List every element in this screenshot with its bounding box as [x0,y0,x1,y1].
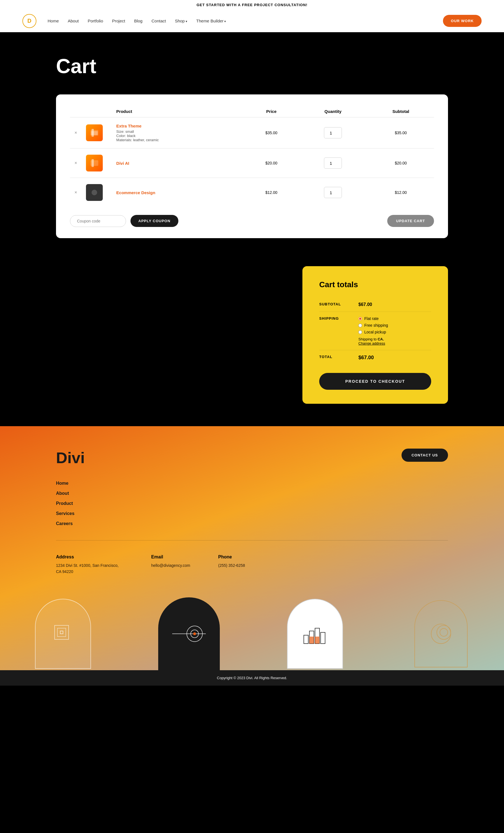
subtotal-label: SUBTOTAL [319,302,358,306]
illustration-2 [126,597,252,670]
cart-actions: APPLY COUPON UPDATE CART [70,215,434,227]
footer-phone: Phone (255) 352-6258 [218,554,245,575]
footer-contact: Address 1234 Divi St. #1000, San Francis… [56,554,448,575]
footer-nav-product[interactable]: Product [56,501,448,506]
footer-nav-home[interactable]: Home [56,481,448,486]
product-cell-1: Extra Theme Size: smallColor: blackMater… [116,123,240,142]
qty-input-1[interactable] [324,127,342,138]
cart-table: Product Price Quantity Subtotal × [70,105,434,207]
svg-rect-16 [321,633,325,644]
col-price-header: Price [245,105,299,117]
nav-about[interactable]: About [68,19,79,23]
cart-totals: Cart totals SUBTOTAL $67.00 SHIPPING Fla… [302,266,448,404]
cart-totals-title: Cart totals [319,280,431,289]
footer-illustrations [0,592,504,670]
coupon-input[interactable] [70,215,126,227]
illustration-3 [252,597,378,670]
page-title: Cart [56,55,448,78]
apply-coupon-button[interactable]: APPLY COUPON [130,215,178,227]
our-work-button[interactable]: OUR WORK [443,15,482,27]
update-cart-button[interactable]: UPDATE CART [387,215,434,227]
product-name-1: Extra Theme [116,123,159,128]
contact-us-button[interactable]: CONTACT US [402,449,448,462]
arch-light [35,599,91,669]
product-qty-3[interactable] [299,178,368,207]
remove-item-2-button[interactable]: × [74,161,77,166]
qty-input-3[interactable] [324,187,342,198]
svg-point-20 [437,625,451,639]
product-qty-1[interactable] [299,117,368,148]
footer-divider [56,540,448,541]
checkout-button[interactable]: PROCEED TO CHECKOUT [319,373,431,390]
footer-nav-services[interactable]: Services [56,511,448,516]
footer-email: Email hello@diviagency.com [151,554,190,575]
col-remove [70,105,81,117]
table-row: × Ecommerce Design [70,178,434,207]
shipping-free-radio[interactable] [358,324,362,327]
svg-rect-18 [315,637,320,644]
product-cell-2: Divi AI [116,161,240,166]
col-qty-header: Quantity [299,105,368,117]
footer-copyright: Copyright © 2023 Divi. All Rights Reserv… [0,670,504,686]
nav-shop[interactable]: Shop [175,19,187,23]
product-price-2: $20.00 [245,148,299,178]
footer-nav-about[interactable]: About [56,491,448,496]
nav-blog[interactable]: Blog [134,19,143,23]
product-name-2: Divi AI [116,161,129,166]
remove-item-1-button[interactable]: × [74,130,77,135]
nav-contact[interactable]: Contact [151,19,166,23]
footer-nav-careers[interactable]: Careers [56,521,448,526]
footer: Divi CONTACT US Home About Product Servi… [0,426,504,670]
col-sub-header: Subtotal [368,105,434,117]
arch-white [287,599,343,669]
illustration-4 [378,597,504,670]
change-address-link[interactable]: Change address [358,341,385,346]
subtotal-value: $67.00 [358,302,372,307]
product-thumb-2 [86,154,103,171]
shipping-row: SHIPPING Flat rate Free shipping Local p… [319,312,431,350]
remove-item-3-button[interactable]: × [74,190,77,195]
shipping-flat-rate-radio[interactable] [358,317,362,320]
svg-rect-7 [57,628,66,637]
page-header: Cart [0,32,504,94]
top-bar-message: GET STARTED WITH A FREE PROJECT CONSULTA… [197,3,307,7]
navigation: D Home About Portfolio Project Blog Cont… [0,10,504,32]
product-sub-1: $35.00 [368,117,434,148]
svg-rect-8 [60,631,63,634]
footer-brand: Divi [56,449,85,467]
svg-rect-13 [304,635,308,644]
product-sub-3: $12.00 [368,178,434,207]
arch-outline [414,600,468,667]
nav-logo[interactable]: D [22,14,36,28]
product-price-1: $35.00 [245,117,299,148]
shipping-label: SHIPPING [319,316,358,320]
copyright-text: Copyright © 2023 Divi. All Rights Reserv… [217,676,287,680]
col-thumb [81,105,112,117]
totals-section: Cart totals SUBTOTAL $67.00 SHIPPING Fla… [0,261,504,426]
footer-top: Divi CONTACT US [56,449,448,467]
nav-theme-builder[interactable]: Theme Builder [196,19,226,23]
footer-address: Address 1234 Divi St. #1000, San Francis… [56,554,123,575]
product-price-3: $12.00 [245,178,299,207]
illustration-1 [0,597,126,670]
shipping-free[interactable]: Free shipping [358,323,388,328]
subtotal-row: SUBTOTAL $67.00 [319,298,431,312]
shipping-local-pickup-radio[interactable] [358,330,362,334]
svg-point-5 [92,190,97,195]
nav-project[interactable]: Project [112,19,125,23]
svg-rect-6 [55,625,69,639]
nav-home[interactable]: Home [48,19,59,23]
nav-links: Home About Portfolio Project Blog Contac… [48,19,443,23]
col-product-header: Product [112,105,244,117]
nav-portfolio[interactable]: Portfolio [87,19,103,23]
arch-dark [158,597,220,670]
qty-input-2[interactable] [324,158,342,169]
svg-rect-4 [92,159,94,167]
top-bar: GET STARTED WITH A FREE PROJECT CONSULTA… [0,0,504,10]
shipping-flat-rate[interactable]: Flat rate [358,316,388,321]
total-row: TOTAL $67.00 [319,350,431,365]
table-row: × Extra Theme [70,117,434,148]
product-qty-2[interactable] [299,148,368,178]
product-thumb-3 [86,184,103,201]
shipping-local-pickup[interactable]: Local pickup [358,330,388,334]
